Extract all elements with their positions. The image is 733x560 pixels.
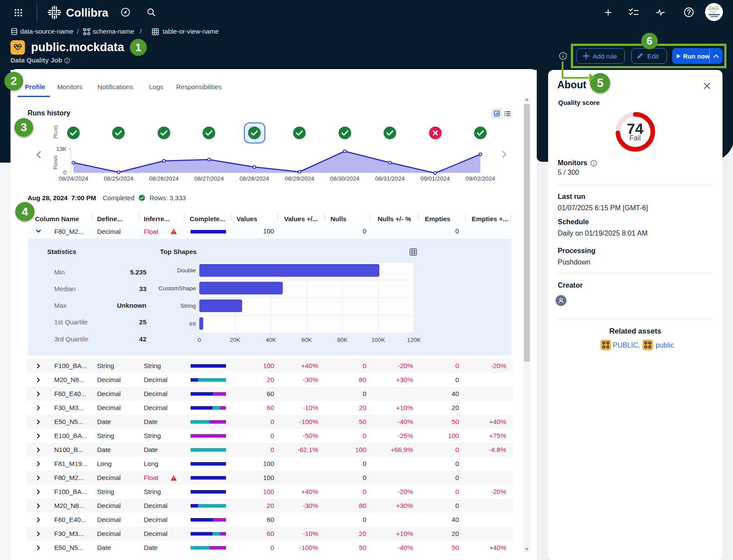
svg-text:CustomShape: CustomShape [158, 285, 196, 292]
svg-text:08/27/2024: 08/27/2024 [195, 175, 224, 182]
svg-text:08/30/2024: 08/30/2024 [330, 175, 360, 182]
svg-text:08/31/2024: 08/31/2024 [375, 175, 405, 182]
svg-text:08/25/2024: 08/25/2024 [104, 175, 134, 182]
svg-text:Double: Double [177, 267, 196, 274]
svg-text:80K: 80K [337, 337, 347, 343]
svg-text:Int: Int [189, 320, 196, 327]
svg-text:08/26/2024: 08/26/2024 [149, 175, 179, 182]
svg-text:40K: 40K [266, 337, 276, 343]
svg-text:0: 0 [63, 169, 66, 176]
svg-text:60K: 60K [301, 337, 312, 343]
svg-text:0: 0 [198, 337, 201, 343]
svg-text:String: String [181, 303, 196, 309]
svg-text:09/02/2024: 09/02/2024 [466, 175, 495, 182]
svg-text:100K: 100K [371, 337, 385, 343]
svg-text:09/01/2024: 09/01/2024 [420, 175, 450, 182]
svg-text:20K: 20K [230, 337, 240, 343]
svg-text:08/28/2024: 08/28/2024 [240, 175, 269, 182]
svg-text:120K: 120K [407, 337, 421, 343]
svg-text:08/24/2024: 08/24/2024 [59, 175, 88, 182]
svg-text:13K: 13K [56, 146, 66, 152]
svg-text:08/29/2024: 08/29/2024 [285, 175, 314, 182]
